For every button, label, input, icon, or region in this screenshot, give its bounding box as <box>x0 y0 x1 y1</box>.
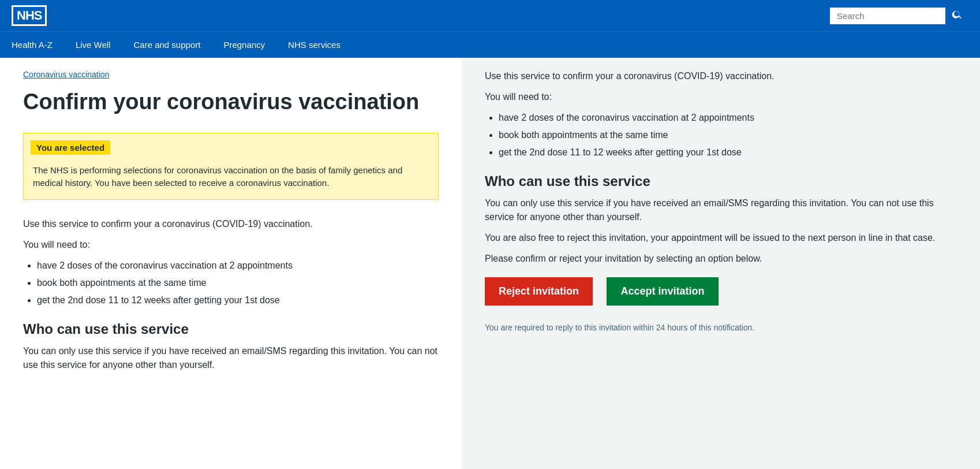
right-intro-text: Use this service to confirm your a coron… <box>485 69 957 83</box>
search-container <box>830 5 968 27</box>
breadcrumb: Coronavirus vaccination <box>23 69 439 80</box>
intro-text: Use this service to confirm your a coron… <box>23 217 439 231</box>
header: NHS <box>0 0 980 31</box>
button-row: Reject invitation Accept invitation <box>485 277 957 306</box>
who-can-use-para-1: You can only use this service if you hav… <box>23 344 439 372</box>
right-who-can-use-para-2: You are also free to reject this invitat… <box>485 231 957 245</box>
right-you-will-need-list: have 2 doses of the coronavirus vaccinat… <box>499 111 957 159</box>
search-input[interactable] <box>830 8 945 24</box>
right-column: Use this service to confirm your a coron… <box>462 58 980 469</box>
left-column: Coronavirus vaccination Confirm your cor… <box>0 58 462 469</box>
right-you-will-need-heading: You will need to: <box>485 90 957 104</box>
accept-invitation-button[interactable]: Accept invitation <box>607 277 718 306</box>
yellow-banner: You are selected The NHS is performing s… <box>23 133 439 200</box>
breadcrumb-link[interactable]: Coronavirus vaccination <box>23 70 109 79</box>
main-nav: Health A-Z Live Well Care and support Pr… <box>0 31 980 58</box>
you-will-need-list: have 2 doses of the coronavirus vaccinat… <box>37 259 439 307</box>
list-item: get the 2nd dose 11 to 12 weeks after ge… <box>499 146 957 159</box>
nav-item-health-az[interactable]: Health A-Z <box>0 32 64 58</box>
list-item: get the 2nd dose 11 to 12 weeks after ge… <box>37 293 439 307</box>
right-who-can-use-para-3: Please confirm or reject your invitation… <box>485 252 957 266</box>
main-layout: Coronavirus vaccination Confirm your cor… <box>0 58 980 469</box>
you-will-need-heading: You will need to: <box>23 238 439 252</box>
nav-item-live-well[interactable]: Live Well <box>64 32 122 58</box>
reject-invitation-button[interactable]: Reject invitation <box>485 277 593 306</box>
search-icon <box>951 9 963 20</box>
page-title: Confirm your coronavirus vaccination <box>23 89 439 116</box>
nav-item-care-and-support[interactable]: Care and support <box>122 32 212 58</box>
list-item: book both appointments at the same time <box>37 276 439 290</box>
yellow-banner-text: The NHS is performing selections for cor… <box>24 159 438 199</box>
who-can-use-heading: Who can use this service <box>23 321 439 337</box>
list-item: have 2 doses of the coronavirus vaccinat… <box>37 259 439 273</box>
list-item: have 2 doses of the coronavirus vaccinat… <box>499 111 957 125</box>
nhs-logo[interactable]: NHS <box>12 5 47 26</box>
list-item: book both appointments at the same time <box>499 128 957 142</box>
notice-text: You are required to reply to this invita… <box>485 323 957 332</box>
nav-item-pregnancy[interactable]: Pregnancy <box>212 32 276 58</box>
nav-item-nhs-services[interactable]: NHS services <box>276 32 352 58</box>
yellow-banner-label: You are selected <box>31 140 110 155</box>
right-who-can-use-heading: Who can use this service <box>485 173 957 189</box>
right-who-can-use-para-1: You can only use this service if you hav… <box>485 196 957 224</box>
search-button[interactable] <box>945 5 968 27</box>
